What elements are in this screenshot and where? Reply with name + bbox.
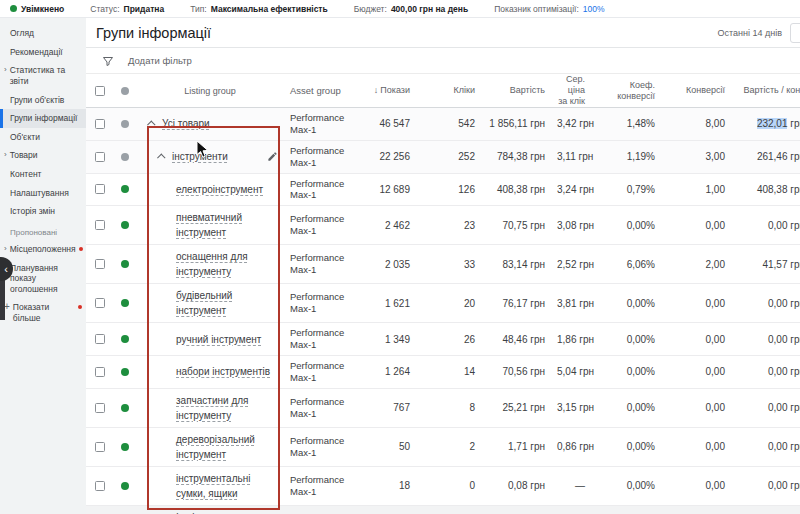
asset-group-cell: Performance Max-1 [284,209,356,241]
row-checkbox[interactable] [95,334,105,344]
collapse-chevron-icon[interactable] [147,120,155,128]
sidebar-item-change-history[interactable]: Історія змін [0,202,86,221]
column-header-conv-rate[interactable]: Коеф. конверсії [591,76,661,106]
sidebar-item-listing-groups[interactable]: Групи інформації [0,109,86,128]
row-checkbox[interactable] [95,442,105,452]
asset-group-cell: Performance Max-1 [284,356,356,388]
listing-group-link[interactable]: оснащення для інструменту [176,249,278,279]
conversions-cell: 0,00 [661,437,731,456]
listing-group-cell: електроінструмент [136,178,284,201]
cpc-cell: 5,04 грн [551,362,591,381]
asset-group-cell: Performance Max-1 [284,470,356,502]
listing-group-link[interactable]: набори інструментів [176,364,270,379]
listing-group-link[interactable]: Усі товари [162,116,210,131]
impressions-cell: 46 547 [356,114,416,133]
cost-per-conv-cell: 0,00 грн [731,476,800,495]
column-header-avg-cpc[interactable]: Сер. ціна за клік [551,70,591,110]
column-header-impressions[interactable]: ↓ Покази [356,81,416,100]
column-header-conversions[interactable]: Конверсії [661,81,731,100]
sidebar-item-ad-schedule[interactable]: Планування показу оголошення [0,259,86,299]
conv_rate-cell: 0,00% [591,216,661,235]
impressions-cell: 2 035 [356,255,416,274]
type-label: Тип: [190,4,207,14]
impressions-cell: 12 689 [356,180,416,199]
collapse-chevron-icon[interactable] [157,153,165,161]
sidebar-item-assets[interactable]: Об'єкти [0,128,86,147]
column-header-clicks[interactable]: Кліки [416,81,481,100]
row-checkbox[interactable] [95,259,105,269]
row-status-cell [114,181,136,197]
selected-text-highlight: 232,01 [757,118,788,129]
listing-group-link[interactable]: електроінструмент [176,182,263,197]
edit-pencil-icon[interactable] [267,151,278,162]
conv_rate-cell: 0,00% [591,437,661,456]
sidebar-item-products[interactable]: ›Товари [0,146,86,165]
conversions-cell: 0,00 [661,294,731,313]
row-checkbox[interactable] [95,152,105,162]
row-checkbox-cell [86,438,114,456]
add-filter-button[interactable]: Додати фільтр [128,55,192,66]
row-checkbox[interactable] [95,367,105,377]
status-dot-gray [121,120,129,128]
chevron-left-icon: ‹ [4,263,8,275]
budget-label: Бюджет: [354,4,387,14]
conv_rate-cell: 0,00% [591,294,661,313]
sidebar-item-insights-reports[interactable]: ›Статистика та звіти [0,61,86,90]
column-header-asset-group[interactable]: Asset group [284,81,356,101]
row-checkbox-cell [86,216,114,234]
sidebar-item-content[interactable]: Контент [0,165,86,184]
cost-per-conv-cell: 0,00 грн [731,437,800,456]
asset-group-cell: Performance Max-1 [284,248,356,280]
cpc-cell: 0,86 грн [551,437,591,456]
cost-per-conv-cell: 261,46 грн [731,147,800,166]
filter-icon[interactable] [102,55,114,67]
clicks-cell: 14 [416,362,481,381]
row-checkbox[interactable] [95,220,105,230]
sidebar-item-locations[interactable]: ›Місцеположення [0,240,86,259]
sidebar-item-label: Огляд [10,28,34,39]
sidebar-item-show-more[interactable]: + Показати більше [0,298,86,327]
date-range-box[interactable] [790,23,800,43]
sidebar-item-settings[interactable]: Налаштування [0,184,86,203]
show-more-label: Показати більше [13,302,75,323]
listing-group-link[interactable]: інструментальні сумки, ящики [176,471,278,501]
conv_rate-cell: 0,00% [591,362,661,381]
conv_rate-cell: 0,00% [591,398,661,417]
listing-group-link[interactable]: пневматичний інструмент [176,210,278,240]
listing-group-link[interactable]: дереворізальний інструмент [176,432,278,462]
listing-group-link[interactable]: будівельний інструмент [176,288,278,318]
sidebar-item-overview[interactable]: Огляд [0,24,86,43]
row-checkbox[interactable] [95,119,105,129]
sidebar-item-asset-groups[interactable]: Групи об'єктів [0,91,86,110]
date-range-selector[interactable]: Останні 14 днів [718,23,800,43]
row-checkbox[interactable] [95,298,105,308]
listing-group-link[interactable]: ручний інструмент [176,332,261,347]
sidebar-item-label: Групи об'єктів [10,95,64,106]
type-value: Максимальна ефективність [211,4,328,14]
column-header-listing-group[interactable]: Listing group [136,82,284,100]
row-checkbox[interactable] [95,403,105,413]
column-header-cost-per-conv[interactable]: Вартість / конв [731,81,800,100]
row-checkbox-cell [86,180,114,198]
conv_rate-cell: 1,48% [591,114,661,133]
sidebar-item-recommendations[interactable]: Рекомендації [0,43,86,62]
sidebar-item-label: Планування показу оголошення [10,263,82,295]
cost-cell: 76,17 грн [481,294,551,313]
column-header-cost[interactable]: Вартість [481,81,551,100]
campaign-state[interactable]: Увімкнено [10,4,64,14]
cpc-cell: 1,86 грн [551,330,591,349]
row-checkbox[interactable] [95,481,105,491]
sidebar-item-label: Історія змін [10,206,55,217]
row-checkbox[interactable] [95,184,105,194]
optimization-score[interactable]: Показник оптимізації: 100% [494,4,604,14]
listing-group-link[interactable]: запчастини для інструменту [176,393,278,423]
select-all-checkbox[interactable] [95,86,105,96]
listing-group-link[interactable]: Інші продукти з міткою "Інструменти" [176,510,278,514]
clicks-cell: 0 [416,476,481,495]
campaign-budget[interactable]: Бюджет: 400,00 грн на день [354,4,468,14]
listing-group-link[interactable]: інструменти [172,149,228,164]
listing-group-cell: інструментальні сумки, ящики [136,467,284,505]
clicks-cell: 23 [416,216,481,235]
status-dot-green [121,185,129,193]
asset-group-cell: Performance Max-1 [284,392,356,424]
